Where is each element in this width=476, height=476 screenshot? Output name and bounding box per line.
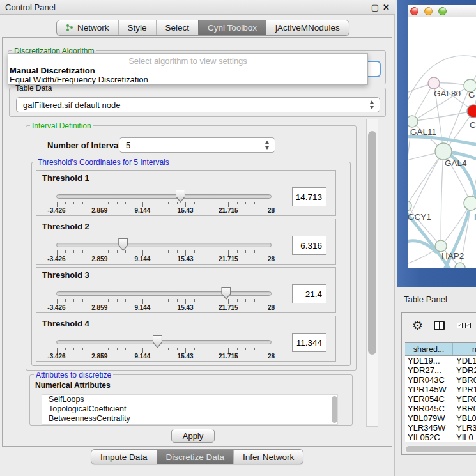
attribute-list-item[interactable]: BetweennessCentrality	[42, 414, 337, 424]
tab-impute-data[interactable]: Impute Data	[91, 450, 157, 464]
attribute-list[interactable]: SelfLoopsTopologicalCoefficientBetweenne…	[42, 394, 338, 425]
slider-tick	[245, 299, 246, 302]
network-edge[interactable]	[408, 151, 443, 206]
scrollbar-thumb[interactable]	[406, 446, 476, 452]
gear-icon[interactable]: ⚙	[412, 318, 423, 333]
tab-cyni-toolbox[interactable]: Cyni Toolbox	[198, 20, 266, 35]
algorithm-option[interactable]: Manual Discretization	[10, 66, 95, 75]
table-row[interactable]: YDL19...YDL1	[405, 356, 476, 365]
close-icon[interactable]: ✕	[383, 3, 390, 12]
checkbox-icon[interactable]: ✓	[457, 323, 463, 328]
tab-style[interactable]: Style	[118, 20, 156, 35]
table-row[interactable]: YBR043CYBR0	[405, 375, 476, 385]
slider-tick	[100, 299, 100, 304]
attributes-group: Attributes to discretize Numerical Attri…	[29, 374, 353, 426]
network-graph: GAL80GCGAL11GAL4GCY1HHAP2	[408, 18, 476, 268]
attribute-list-item[interactable]: TopologicalCoefficient	[42, 404, 337, 414]
table-row[interactable]: YER054CYER0	[405, 394, 476, 404]
table-horizontal-scrollbar[interactable]	[405, 445, 476, 453]
threshold-value-field[interactable]	[292, 236, 326, 255]
table-row[interactable]: YPR145WYPR1	[405, 385, 476, 394]
zoom-traffic-light[interactable]	[438, 7, 447, 15]
tick-label: 28	[252, 256, 291, 263]
slider-track[interactable]	[56, 243, 272, 247]
tab-jactivemnodules[interactable]: jActiveMNodules	[266, 20, 349, 35]
slider-thumb[interactable]	[153, 335, 162, 348]
network-node-gal80[interactable]	[428, 77, 440, 89]
network-node-c[interactable]	[467, 105, 476, 118]
network-node-gcy1[interactable]	[408, 201, 411, 211]
slider-thumb[interactable]	[221, 287, 231, 300]
slider-tick	[194, 299, 195, 302]
threshold-value-field[interactable]	[292, 187, 326, 206]
slider-tick	[263, 299, 263, 302]
scrollbar-thumb[interactable]	[368, 131, 376, 355]
table-cell: YER054C	[405, 394, 453, 404]
tick-label: 21.715	[209, 207, 247, 214]
slider-thumb[interactable]	[118, 238, 128, 251]
network-canvas[interactable]: GAL80GCGAL11GAL4GCY1HHAP2	[408, 18, 476, 268]
table-toolbar: ⚙ ✓ ✓	[402, 313, 476, 342]
network-edge[interactable]	[441, 151, 443, 246]
node-label: HAP2	[441, 251, 464, 261]
number-of-intervals-combo[interactable]: 5	[119, 137, 275, 153]
group-title: Table Data	[13, 84, 54, 93]
apply-button[interactable]: Apply	[171, 429, 215, 443]
threshold-value-field[interactable]	[292, 333, 326, 352]
tab-select[interactable]: Select	[156, 20, 199, 35]
network-node-gal4[interactable]	[435, 143, 452, 160]
slider-tick	[168, 299, 169, 302]
table-cell: YDL1	[453, 356, 476, 365]
minimize-traffic-light[interactable]	[424, 7, 433, 15]
node-label: GAL4	[445, 158, 467, 168]
slider-tick	[211, 250, 211, 253]
float-window-icon[interactable]: ▢	[371, 3, 379, 12]
tick-label: 21.715	[209, 256, 247, 263]
slider-tick	[185, 250, 186, 256]
column-header[interactable]: shared...	[405, 343, 453, 355]
tab-discretize-data[interactable]: Discretize Data	[157, 450, 234, 464]
attribute-list-item[interactable]: SelfLoops	[42, 395, 337, 404]
network-node-hap2[interactable]	[435, 240, 447, 252]
slider-track[interactable]	[56, 194, 272, 199]
network-node-h[interactable]	[464, 196, 476, 210]
vertical-scrollbar[interactable]	[366, 119, 378, 427]
close-traffic-light[interactable]	[410, 7, 418, 15]
tab-infer-network[interactable]: Infer Network	[233, 450, 303, 464]
table-row[interactable]: YIL052CYIL0	[405, 433, 476, 442]
table-cell: YDR27...	[405, 365, 453, 375]
tick-label: 28	[252, 353, 291, 360]
slider-tick	[65, 348, 66, 350]
tab-network[interactable]: Network	[57, 20, 118, 35]
tab-label: Select	[165, 23, 190, 33]
network-edge[interactable]	[441, 203, 471, 246]
node-label: G	[468, 90, 475, 100]
slider-tick	[254, 299, 255, 302]
threshold-value-field[interactable]	[292, 284, 326, 303]
table-row[interactable]: YBR045CYBR0	[405, 404, 476, 413]
table-row[interactable]: YBL079WYBL0	[405, 413, 476, 423]
columns-icon[interactable]	[434, 321, 445, 330]
slider-tick	[82, 348, 83, 350]
slider-tick	[160, 202, 160, 204]
slider-tick	[220, 202, 220, 204]
slider-tick	[177, 348, 178, 350]
slider-tick	[100, 250, 100, 256]
table-row[interactable]: YLR345WYLR3	[405, 423, 476, 433]
slider-tick	[125, 348, 126, 350]
list-scrollbar-thumb[interactable]	[332, 396, 337, 423]
network-window-titlebar[interactable]	[408, 5, 476, 17]
application-window: { "control_panel": { "title": "Control P…	[0, 0, 476, 476]
slider-thumb[interactable]	[176, 190, 185, 203]
table-row[interactable]: YDR27...YDR2	[405, 365, 476, 375]
algorithm-option[interactable]: Equal Width/Frequency Discretization	[10, 75, 148, 84]
network-node-node[interactable]	[455, 263, 465, 268]
slider-track[interactable]	[56, 291, 272, 296]
slider-tick	[168, 250, 169, 253]
table-data-combo[interactable]: galFiltered.sif default node	[16, 97, 380, 112]
network-node-gal11[interactable]	[408, 116, 418, 127]
slider-track[interactable]	[56, 340, 272, 344]
table-panel-title: Table Panel	[404, 295, 447, 304]
checkbox-icon[interactable]: ✓	[465, 323, 471, 328]
column-header[interactable]: na	[453, 343, 476, 355]
